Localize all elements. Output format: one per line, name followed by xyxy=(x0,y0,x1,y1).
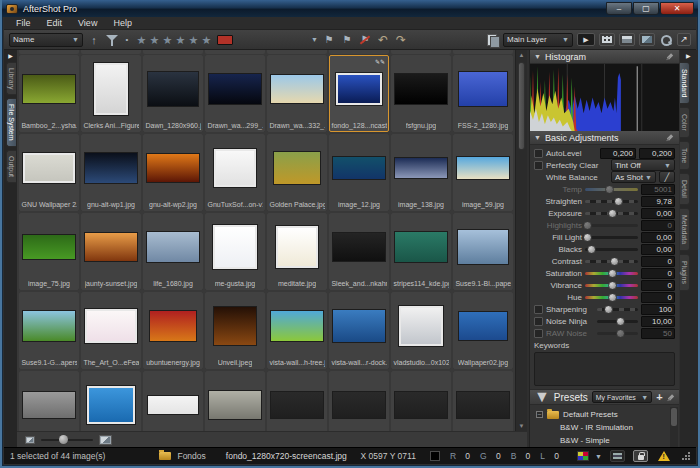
thumbnail-image[interactable] xyxy=(333,310,385,342)
preset-item[interactable]: B&W - IR Simulation xyxy=(536,421,667,434)
warning-icon[interactable] xyxy=(658,451,670,461)
panel-tab-metadata[interactable]: Metadata xyxy=(680,208,690,251)
thumbnail-image[interactable] xyxy=(214,307,256,345)
thumbnail-cell[interactable]: ubuntuenergy.jpg xyxy=(143,292,203,369)
thumbnail-cell[interactable]: gnu-alt-wp1.jpg xyxy=(81,134,141,211)
lock-icon[interactable] xyxy=(633,450,648,462)
scroll-down-icon[interactable]: ▼ xyxy=(516,421,527,431)
menu-help[interactable]: Help xyxy=(105,18,140,28)
add-preset-button[interactable]: + xyxy=(656,391,662,403)
resize-grip[interactable] xyxy=(682,452,690,460)
raw-noise-slider[interactable] xyxy=(597,332,638,335)
slider-handle[interactable] xyxy=(605,185,614,194)
slider-handle[interactable] xyxy=(608,209,617,218)
magnifier-icon[interactable] xyxy=(659,33,673,47)
slider-handle[interactable] xyxy=(583,233,592,242)
thumbnail-image[interactable] xyxy=(271,392,323,418)
star-icon[interactable]: ★ xyxy=(187,33,200,47)
thumbnail-image[interactable] xyxy=(333,233,385,261)
panel-tab-detail[interactable]: Detail xyxy=(680,173,690,205)
layers-icon[interactable] xyxy=(486,33,499,46)
thumbnail-image[interactable] xyxy=(336,73,382,105)
star-icon[interactable]: ★ xyxy=(174,33,187,47)
slider-handle[interactable] xyxy=(610,257,619,266)
thumbnail-image[interactable] xyxy=(148,72,198,106)
raw-noise-checkbox[interactable] xyxy=(534,329,543,338)
thumbnail-cell[interactable]: image_59.jpg xyxy=(453,134,513,211)
thumbnail-cell[interactable]: vista-wall...h-tree.jpg xyxy=(267,292,327,369)
straighten-value[interactable]: 9,78 xyxy=(641,196,675,207)
thumbnail-cell[interactable] xyxy=(81,371,141,431)
panel-tab-standard[interactable]: Standard xyxy=(680,62,690,104)
presets-scrollbar[interactable] xyxy=(670,407,678,447)
thumbnail-cell[interactable]: Drawn_wa...299_.jpg xyxy=(205,55,265,132)
thumbnail-cell[interactable]: Suse9.1-Bl...papers.jpg xyxy=(453,213,513,290)
keywords-input[interactable] xyxy=(534,352,675,386)
title-bar[interactable]: AfterShot Pro – ▢ ✕ xyxy=(2,0,698,17)
panel-tab-color[interactable]: Color xyxy=(680,107,690,138)
thumbnail-cell[interactable] xyxy=(205,371,265,431)
sort-dropdown[interactable]: Name ▼ xyxy=(9,33,83,47)
scroll-up-icon[interactable]: ▲ xyxy=(516,50,527,60)
thumbnail-cell[interactable] xyxy=(19,371,79,431)
pin-icon[interactable] xyxy=(666,52,675,61)
straighten-slider[interactable] xyxy=(585,200,638,203)
slider-handle[interactable] xyxy=(614,197,623,206)
thumbnail-image[interactable] xyxy=(457,392,509,418)
slider-handle[interactable] xyxy=(616,329,625,338)
thumbnail-image[interactable] xyxy=(395,392,447,418)
thumbnail-cell[interactable]: meditate.jpg xyxy=(267,213,327,290)
thumbnail-image[interactable] xyxy=(147,154,199,182)
layer-dropdown[interactable]: Main Layer ▼ xyxy=(503,33,573,47)
contrast-slider[interactable] xyxy=(585,260,638,263)
favorites-dropdown[interactable]: My Favorites ▼ xyxy=(592,391,652,403)
thumbnail-image[interactable] xyxy=(209,74,261,104)
close-button[interactable]: ✕ xyxy=(660,2,694,15)
fill-light-slider[interactable] xyxy=(585,236,638,239)
slider-handle[interactable] xyxy=(587,245,596,254)
sidebar-tab-library[interactable]: Library xyxy=(6,62,16,95)
menu-view[interactable]: View xyxy=(70,18,105,28)
exposure-slider[interactable] xyxy=(585,212,638,215)
slideshow-icon[interactable]: ▶ xyxy=(577,33,595,46)
perfectly-clear-checkbox[interactable] xyxy=(534,161,543,170)
vibrance-value[interactable]: 0 xyxy=(641,280,675,291)
thumbnail-cell[interactable]: Golden Palace.jpg xyxy=(267,134,327,211)
rating-none-icon[interactable]: • xyxy=(123,33,131,47)
sidebar-tab-output[interactable]: Output xyxy=(6,150,16,183)
thumbnail-image[interactable] xyxy=(395,158,447,178)
thumbnail-cell[interactable] xyxy=(329,371,389,431)
thumbnail-image[interactable] xyxy=(213,225,257,269)
thumbnail-cell[interactable]: image_138.jpg xyxy=(391,134,451,211)
thumbnail-cell[interactable]: Wallpaper02.jpg xyxy=(453,292,513,369)
basic-adjustments-header[interactable]: ▼ Basic Adjustments xyxy=(530,131,679,145)
thumbnail-cell[interactable]: vladstudio...0x1024.jpg xyxy=(391,292,451,369)
browse-view-icon[interactable] xyxy=(619,33,635,46)
saturation-value[interactable]: 0 xyxy=(641,268,675,279)
preset-folder-row[interactable]: –Default Presets xyxy=(536,408,667,421)
thumbnail-image[interactable] xyxy=(147,232,199,262)
thumbnail-cell[interactable]: GNU Wallpaper 2.jpg xyxy=(19,134,79,211)
thumbnail-image[interactable] xyxy=(399,306,443,346)
thumbnail-cell[interactable]: stripes114_kde.jpg xyxy=(391,213,451,290)
thumbnail-cell[interactable]: Bamboo_2...ysha.jpg xyxy=(19,55,79,132)
presets-header[interactable]: ▼ Presets My Favorites ▼ + xyxy=(530,389,679,405)
pin-icon[interactable] xyxy=(667,393,675,402)
filter-icon[interactable] xyxy=(105,33,119,47)
thumbnail-cell[interactable] xyxy=(143,371,203,431)
star-icon[interactable]: ★ xyxy=(135,33,148,47)
flag-reject-icon[interactable]: ⚑ xyxy=(358,33,372,47)
collapse-arrow-icon[interactable]: ▶ xyxy=(686,52,691,59)
large-thumbnail-icon[interactable] xyxy=(99,435,112,445)
thumbnail-image[interactable] xyxy=(458,230,508,264)
perfectly-clear-dropdown[interactable]: Tint Off▼ xyxy=(611,159,675,171)
collapse-triangle-icon[interactable]: ▼ xyxy=(534,388,550,406)
raw-noise-value[interactable]: 50 xyxy=(641,328,675,339)
thumbnail-image[interactable] xyxy=(148,396,198,414)
thumbnail-image[interactable] xyxy=(23,75,75,103)
blacks-slider[interactable] xyxy=(585,248,638,251)
color-management-icon[interactable] xyxy=(577,451,589,461)
sharpening-checkbox[interactable] xyxy=(534,305,543,314)
temp-slider[interactable] xyxy=(585,188,638,191)
thumbnail-image[interactable] xyxy=(23,235,75,259)
